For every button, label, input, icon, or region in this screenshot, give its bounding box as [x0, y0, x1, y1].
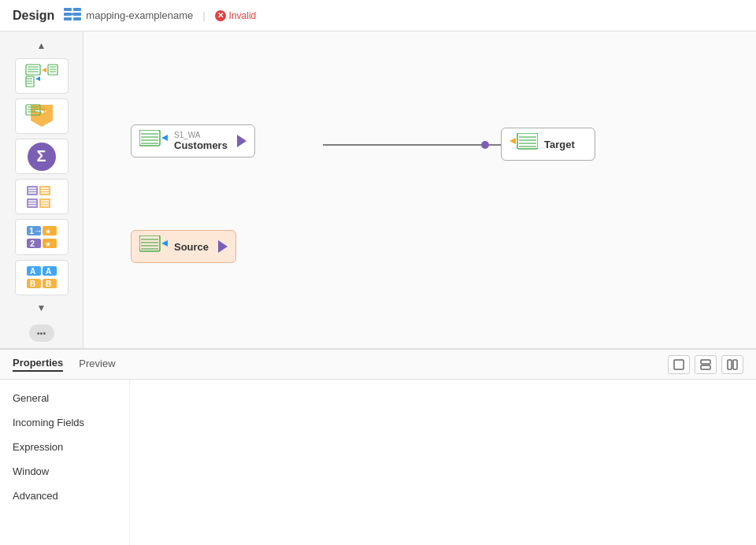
svg-text:B: B: [46, 280, 51, 288]
design-canvas[interactable]: S1_WA Customers: [83, 32, 756, 348]
mapping-icon: [64, 7, 81, 24]
view-buttons: [668, 355, 743, 374]
customers-node-arrow: [237, 135, 246, 147]
target-node-icon: [510, 133, 538, 155]
sidebar-item-expression[interactable]: Expression: [0, 435, 129, 459]
bottom-panel: Properties Preview: [0, 348, 756, 545]
svg-text:A: A: [30, 267, 35, 276]
svg-text:2: 2: [30, 239, 35, 248]
svg-marker-82: [161, 240, 168, 247]
toolbar-expression-button[interactable]: 1→ ★ 2 ★: [15, 219, 69, 254]
svg-text:B: B: [30, 280, 35, 288]
view-split-vertical-button[interactable]: [695, 355, 717, 374]
toolbar-source-target-button[interactable]: [15, 58, 69, 94]
customers-node-label: S1_WA Customers: [174, 131, 228, 151]
svg-marker-22: [31, 105, 53, 127]
toolbar-more-button[interactable]: •••: [29, 324, 54, 342]
mapping-name: mapping-examplename: [86, 9, 193, 21]
tab-properties[interactable]: Properties: [13, 357, 63, 372]
svg-rect-3: [73, 8, 81, 11]
svg-text:1→: 1→: [29, 226, 43, 235]
scroll-up-button[interactable]: ▲: [0, 38, 83, 54]
svg-rect-0: [64, 8, 72, 11]
svg-rect-1: [64, 13, 72, 16]
source-node-icon: [139, 235, 168, 258]
customers-node-icon: [139, 130, 168, 152]
invalid-icon: ✕: [215, 10, 226, 21]
status-label: Invalid: [229, 10, 257, 21]
sidebar-item-incoming-fields[interactable]: Incoming Fields: [0, 410, 129, 435]
sidebar-item-window[interactable]: Window: [0, 459, 129, 484]
sidebar-item-advanced[interactable]: Advanced: [0, 484, 129, 508]
target-node-name: Target: [544, 139, 575, 150]
toolbar: ▲: [0, 32, 83, 348]
connection-svg: [83, 32, 756, 348]
source-node-arrow: [218, 240, 228, 253]
svg-rect-85: [701, 365, 710, 369]
svg-rect-86: [728, 360, 732, 369]
scroll-down-button[interactable]: ▼: [0, 300, 83, 316]
svg-marker-12: [42, 68, 46, 72]
status-badge: ✕ Invalid: [215, 10, 257, 21]
bottom-tabs-bar: Properties Preview: [0, 350, 756, 380]
svg-marker-71: [510, 138, 516, 144]
bottom-content: General Incoming Fields Expression Windo…: [0, 380, 756, 545]
source-node-name: Source: [174, 241, 209, 253]
app-header: Design mapping-examplename | ✕ Invalid: [0, 0, 756, 32]
view-split-horizontal-button[interactable]: [668, 355, 690, 374]
target-node-label: Target: [544, 139, 575, 150]
svg-marker-70: [161, 135, 168, 141]
svg-rect-5: [73, 17, 81, 20]
design-area: ▲: [0, 32, 756, 348]
customers-node-sublabel: S1_WA: [174, 131, 228, 139]
svg-text:★: ★: [45, 228, 51, 235]
main-area: ▲: [0, 32, 756, 545]
properties-main-area: [130, 380, 756, 545]
source-node-label: Source: [174, 241, 209, 253]
sidebar-item-general[interactable]: General: [0, 386, 129, 410]
customers-node[interactable]: S1_WA Customers: [131, 124, 255, 158]
source-node[interactable]: Source: [131, 230, 236, 263]
customers-node-name: Customers: [174, 139, 228, 151]
toolbar-rename-button[interactable]: A A B B: [15, 260, 69, 295]
svg-point-63: [481, 141, 489, 149]
toolbar-aggregate-button[interactable]: Σ: [15, 139, 69, 174]
svg-text:A: A: [46, 267, 51, 276]
header-divider: |: [202, 9, 205, 21]
svg-rect-2: [64, 17, 72, 20]
target-node[interactable]: Target: [501, 128, 595, 161]
tab-preview[interactable]: Preview: [79, 358, 115, 371]
svg-rect-84: [701, 360, 710, 364]
toolbar-transform-button[interactable]: [15, 98, 69, 134]
toolbar-filter-button[interactable]: [15, 179, 69, 214]
mapping-info: mapping-examplename: [64, 7, 193, 24]
svg-text:★: ★: [45, 240, 51, 248]
svg-rect-83: [674, 360, 684, 369]
app-title: Design: [13, 9, 54, 23]
svg-rect-87: [733, 360, 737, 369]
svg-marker-17: [35, 76, 40, 81]
view-full-button[interactable]: [721, 355, 743, 374]
properties-sidebar: General Incoming Fields Expression Windo…: [0, 380, 130, 545]
